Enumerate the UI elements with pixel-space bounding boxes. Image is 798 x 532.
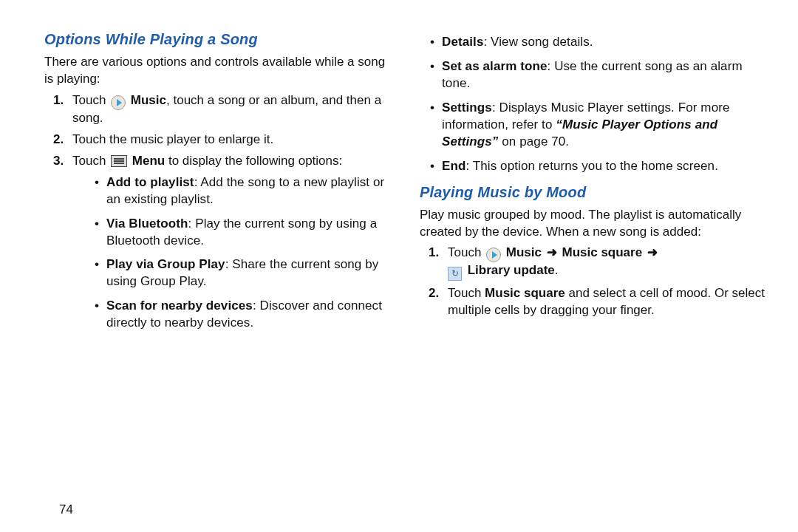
arrow-icon: ➜ <box>647 245 658 259</box>
text-bold: Music square <box>485 286 565 300</box>
list-item: End: This option returns you to the home… <box>430 158 768 175</box>
arrow-icon: ➜ <box>547 245 557 259</box>
text-bold: Details <box>442 35 483 49</box>
text-bold: Set as alarm tone <box>442 59 547 73</box>
text-bold: Music <box>506 245 542 259</box>
intro-paragraph-right: Play music grouped by mood. The playlist… <box>420 207 768 241</box>
list-item: Scan for nearby devices: Discover and co… <box>95 298 393 332</box>
list-item: Set as alarm tone: Use the current song … <box>430 58 768 92</box>
menu-icon <box>111 155 127 167</box>
text: : This option returns you to the home sc… <box>466 159 718 173</box>
intro-paragraph-left: There are various options and controls a… <box>44 54 393 88</box>
list-item: Touch Music ➜ Music square ➜ Library upd… <box>420 245 768 281</box>
text: Touch the music player to enlarge it. <box>72 132 273 146</box>
section-heading-options: Options While Playing a Song <box>44 30 393 50</box>
text: Touch <box>448 286 485 300</box>
text: Touch <box>448 245 485 259</box>
text: : View song details. <box>483 35 593 49</box>
text-bold: Via Bluetooth <box>106 216 188 231</box>
numbered-list-right: Touch Music ➜ Music square ➜ Library upd… <box>420 245 768 318</box>
list-item: Details: View song details. <box>430 34 768 51</box>
manual-page: Options While Playing a Song There are v… <box>0 0 798 532</box>
text-bold: Music <box>131 93 166 107</box>
text-bold: Library update <box>468 263 555 277</box>
list-item: Play via Group Play: Share the current s… <box>95 256 393 290</box>
text-bold: Music square <box>562 245 642 259</box>
list-item: Touch the music player to enlarge it. <box>44 132 393 149</box>
text: . <box>555 263 559 277</box>
bullet-list-right: Details: View song details. Set as alarm… <box>430 34 768 175</box>
list-item: Settings: Displays Music Player settings… <box>430 100 768 151</box>
music-icon <box>111 95 126 110</box>
bullet-list-left: Add to playlist: Add the song to a new p… <box>95 174 393 332</box>
text: to display the following options: <box>165 154 342 168</box>
section-heading-mood: Playing Music by Mood <box>420 183 768 202</box>
list-item: Touch Music, touch a song or an album, a… <box>44 92 393 127</box>
text-bold: Play via Group Play <box>106 257 225 271</box>
list-item: Add to playlist: Add the song to a new p… <box>95 174 393 208</box>
page-number: 74 <box>59 502 73 517</box>
text-bold: Scan for nearby devices <box>106 299 253 313</box>
text: on page 70. <box>498 134 569 149</box>
numbered-list-left: Touch Music, touch a song or an album, a… <box>44 92 393 332</box>
list-item: Touch Menu to display the following opti… <box>44 153 393 332</box>
left-column: Options While Playing a Song There are v… <box>44 30 393 510</box>
text: Touch <box>72 93 109 107</box>
text: Touch <box>72 154 109 168</box>
right-column: Details: View song details. Set as alarm… <box>420 30 768 510</box>
music-icon <box>486 248 501 262</box>
list-item: Via Bluetooth: Play the current song by … <box>95 216 393 250</box>
text-bold: Add to playlist <box>106 175 194 189</box>
list-item: Touch Music square and select a cell of … <box>420 285 768 319</box>
text-bold: Settings <box>442 100 492 115</box>
library-update-icon <box>448 267 462 281</box>
text-bold: End <box>442 159 466 173</box>
text-bold: Menu <box>132 154 165 168</box>
